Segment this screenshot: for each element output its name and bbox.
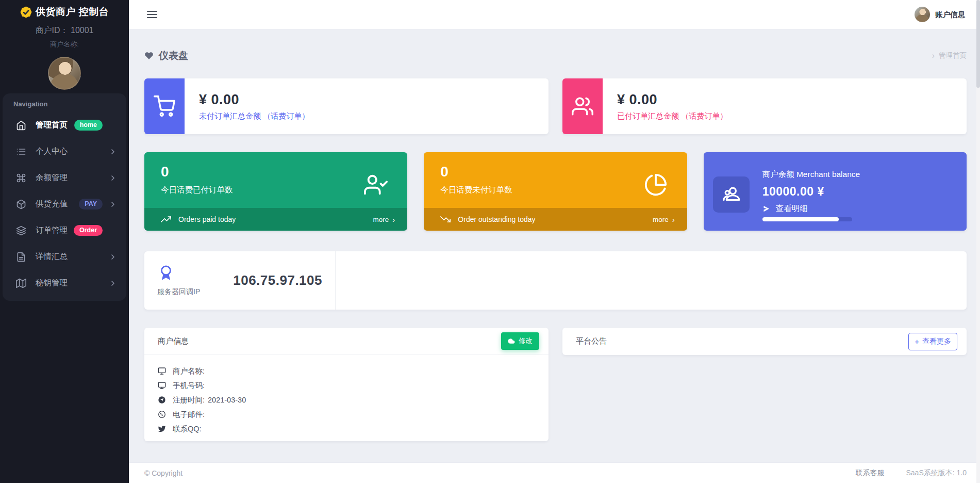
announcement-card: 平台公告 + 查看更多 <box>562 328 967 355</box>
layers-icon <box>16 226 26 236</box>
balance-progress <box>762 217 852 221</box>
topbar: 账户信息 <box>129 0 980 29</box>
contact-support-link[interactable]: 联系客服 <box>856 469 885 478</box>
merchant-info-title: 商户信息 <box>158 336 189 346</box>
view-more-button[interactable]: + 查看更多 <box>908 333 957 350</box>
sidebar-item-label: 个人中心 <box>36 146 68 157</box>
page-head: 仪表盘 › 管理首页 <box>144 49 967 62</box>
unpaid-total-card: ¥ 0.00 未付订单汇总金额 （话费订单） <box>144 78 549 134</box>
badge-order: Order <box>74 225 103 236</box>
nav-heading: Navigation <box>3 96 126 112</box>
award-icon <box>157 265 175 282</box>
command-icon <box>16 173 26 183</box>
server-ip-value: 106.75.97.105 <box>233 272 322 288</box>
file-text-icon <box>16 252 26 262</box>
user-check-icon <box>364 173 388 197</box>
sidebar-item-label: 管理首页 <box>36 120 68 131</box>
heart-icon <box>144 51 154 60</box>
menu-toggle-button[interactable] <box>146 8 158 21</box>
main-content: 仪表盘 › 管理首页 ¥ 0.00 未付订单汇总金额 （话费订单） ¥ 0.00… <box>129 29 980 462</box>
edit-button[interactable]: 修改 <box>501 332 539 350</box>
registered-date: 2021-03-30 <box>208 396 246 404</box>
balance-amount: 10000.00 ¥ <box>762 185 860 199</box>
account-menu[interactable]: 账户信息 <box>915 7 965 22</box>
sidebar: 供货商户 控制台 商户ID： 10001 商户名称: Navigation 管理… <box>0 0 129 483</box>
merchant-balance-card: 商户余额 Merchant balance 10000.00 ¥ 查看明细 <box>704 152 967 231</box>
orders-paid-today-card: 0 今日话费已付订单数 Orders paid today more› <box>144 152 407 231</box>
orders-outstanding-today-card: 0 今日话费未付订单数 Order outstanding today more… <box>424 152 687 231</box>
scrollbar-thumb[interactable] <box>976 0 980 88</box>
trending-down-icon <box>440 214 451 224</box>
sidebar-item-summary[interactable]: 详情汇总 <box>3 244 126 270</box>
monitor-icon <box>158 367 166 375</box>
chevron-right-icon <box>109 148 117 156</box>
summary-row: ¥ 0.00 未付订单汇总金额 （话费订单） ¥ 0.00 已付订单汇总金额 （… <box>144 78 967 134</box>
info-row-qq: 联系QQ: <box>158 422 549 436</box>
sidebar-item-label: 订单管理 <box>36 225 68 236</box>
users-icon <box>562 78 603 134</box>
balance-progress-fill <box>762 217 839 221</box>
server-ip-label: 服务器回调IP <box>157 287 200 297</box>
sidebar-item-label: 秘钥管理 <box>36 278 68 288</box>
breadcrumb-item-home[interactable]: 管理首页 <box>939 51 967 60</box>
sidebar-item-profile[interactable]: 个人中心 <box>3 138 126 165</box>
orders-outstanding-footer-label: Order outstanding today <box>458 215 535 223</box>
stats-row: 0 今日话费已付订单数 Orders paid today more› 0 今日… <box>144 152 967 231</box>
pie-chart-icon <box>644 173 668 197</box>
view-details-link[interactable]: 查看明细 <box>762 203 860 214</box>
breadcrumb: › 管理首页 <box>932 51 967 60</box>
navigation-icon <box>158 396 166 404</box>
phone-circle-icon <box>158 410 166 418</box>
trending-up-icon <box>161 214 171 224</box>
sidebar-nav: Navigation 管理首页 home 个人中心 余额管理 <box>3 93 126 301</box>
paid-caption: 已付订单汇总金额 （话费订单） <box>617 111 727 121</box>
chevron-right-icon <box>109 174 117 182</box>
paid-amount: ¥ 0.00 <box>617 92 727 108</box>
twitter-icon <box>158 425 166 433</box>
info-row-registered: 注册时间: 2021-03-30 <box>158 393 549 407</box>
group-icon <box>713 176 750 213</box>
list-icon <box>16 147 26 157</box>
gear-check-icon <box>20 6 32 19</box>
sidebar-item-orders[interactable]: 订单管理 Order <box>3 217 126 244</box>
balance-title: 商户余额 Merchant balance <box>762 169 860 180</box>
unpaid-amount: ¥ 0.00 <box>199 92 309 108</box>
info-row-email: 电子邮件: <box>158 407 549 422</box>
monitor-icon <box>158 381 166 390</box>
orders-paid-footer-label: Orders paid today <box>178 215 236 223</box>
home-icon <box>16 120 26 131</box>
topbar-avatar <box>915 7 930 22</box>
paid-total-card: ¥ 0.00 已付订单汇总金额 （话费订单） <box>562 78 967 134</box>
announcement-title: 平台公告 <box>576 336 607 346</box>
merchant-name-label: 商户名称: <box>0 40 129 49</box>
unpaid-caption: 未付订单汇总金额 （话费订单） <box>199 111 309 121</box>
page-title: 仪表盘 <box>159 49 188 62</box>
chevron-right-icon: › <box>932 52 935 60</box>
sidebar-avatar <box>48 57 81 90</box>
more-link[interactable]: more› <box>653 216 675 223</box>
server-row: 服务器回调IP 106.75.97.105 <box>144 251 967 310</box>
chevron-right-icon <box>109 253 117 261</box>
badge-pay: PAY <box>79 199 103 210</box>
sidebar-item-label: 详情汇总 <box>36 251 68 262</box>
more-link[interactable]: more› <box>373 216 395 223</box>
copyright-text: © Copyright <box>144 469 182 477</box>
cart-icon <box>144 78 185 134</box>
sidebar-item-balance[interactable]: 余额管理 <box>3 165 126 191</box>
sidebar-item-keys[interactable]: 秘钥管理 <box>3 270 126 296</box>
version-text: SaaS系统版本: 1.0 <box>906 469 967 478</box>
chevron-right-icon: › <box>672 216 675 223</box>
chevron-right-icon <box>109 279 117 287</box>
account-label: 账户信息 <box>935 10 965 20</box>
sidebar-item-recharge[interactable]: 供货充值 PAY <box>3 191 126 217</box>
footer: © Copyright 联系客服 SaaS系统版本: 1.0 <box>129 462 980 483</box>
scrollbar[interactable] <box>976 0 980 483</box>
sidebar-item-dashboard[interactable]: 管理首页 home <box>3 112 126 138</box>
cloud-icon <box>508 337 515 345</box>
sidebar-item-label: 余额管理 <box>36 172 68 183</box>
info-row-phone: 手机号码: <box>158 378 549 393</box>
brand-title: 供货商户 控制台 <box>36 5 109 19</box>
info-row-merchant-name: 商户名称: <box>158 364 549 378</box>
badge-home: home <box>74 120 103 131</box>
merchant-info-card: 商户信息 修改 商户名称: <box>144 328 549 441</box>
